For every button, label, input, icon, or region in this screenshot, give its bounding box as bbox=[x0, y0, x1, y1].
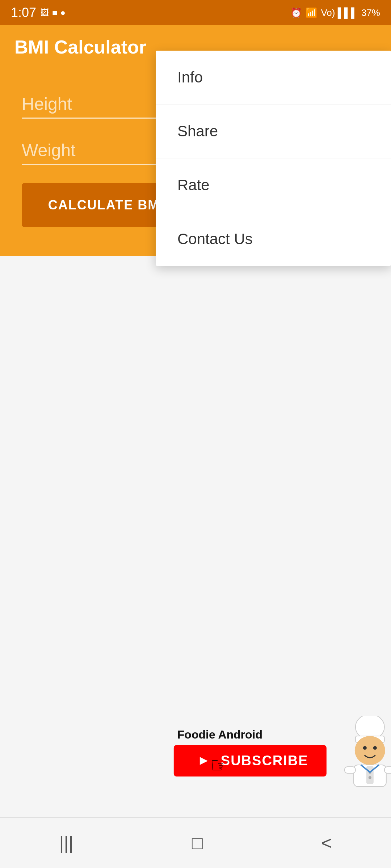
nav-back-button[interactable]: < bbox=[321, 833, 332, 854]
status-icons: 🖼 ■ ● bbox=[41, 8, 66, 18]
subscribe-banner: Foodie Android SUBSCRIBE bbox=[174, 716, 391, 788]
status-bar: 1:07 🖼 ■ ● ⏰ 📶 Vo) ▌▌▌ 37% bbox=[0, 0, 391, 25]
cursor-hand-icon: ☞ bbox=[210, 752, 230, 778]
app-title: BMI Calculator bbox=[14, 36, 146, 58]
battery-indicator: 37% bbox=[361, 7, 380, 18]
menu-item-contact[interactable]: Contact Us bbox=[156, 212, 391, 266]
gallery-icon: 🖼 bbox=[41, 8, 49, 18]
wifi-icon: 📶 bbox=[306, 7, 317, 18]
status-bar-right: ⏰ 📶 Vo) ▌▌▌ 37% bbox=[290, 7, 380, 18]
svg-point-12 bbox=[369, 776, 371, 779]
status-bar-left: 1:07 🖼 ■ ● bbox=[11, 5, 66, 20]
channel-name: Foodie Android bbox=[177, 728, 262, 741]
svg-rect-9 bbox=[384, 767, 391, 773]
subscribe-button[interactable]: SUBSCRIBE bbox=[174, 745, 327, 776]
menu-item-share[interactable]: Share bbox=[156, 105, 391, 158]
svg-point-4 bbox=[355, 736, 385, 765]
chef-svg bbox=[341, 716, 391, 788]
app-bar-container: BMI Calculator Info Share Rate Contact U… bbox=[0, 25, 391, 69]
result-area: Foodie Android SUBSCRIBE bbox=[0, 256, 391, 762]
subscribe-container: Foodie Android SUBSCRIBE bbox=[174, 728, 327, 776]
menu-item-rate[interactable]: Rate bbox=[156, 158, 391, 212]
svg-rect-10 bbox=[366, 766, 374, 784]
status-time: 1:07 bbox=[11, 5, 36, 20]
alarm-icon: ⏰ bbox=[290, 7, 302, 18]
svg-point-6 bbox=[373, 746, 377, 750]
menu-item-info[interactable]: Info bbox=[156, 51, 391, 105]
dot-icon: ● bbox=[60, 8, 66, 18]
svg-point-5 bbox=[363, 746, 367, 750]
notification-icon: ■ bbox=[52, 8, 58, 18]
app-bar: BMI Calculator Info Share Rate Contact U… bbox=[0, 25, 391, 69]
nav-home-button[interactable]: □ bbox=[192, 833, 203, 854]
nav-menu-button[interactable]: ||| bbox=[59, 833, 73, 854]
chef-mascot bbox=[341, 716, 391, 788]
dropdown-menu: Info Share Rate Contact Us bbox=[156, 51, 391, 266]
navigation-bar: ||| □ < bbox=[0, 817, 391, 868]
signal-icon: Vo) ▌▌▌ bbox=[321, 7, 358, 18]
svg-rect-8 bbox=[345, 767, 356, 773]
subscribe-label: SUBSCRIBE bbox=[221, 753, 308, 769]
